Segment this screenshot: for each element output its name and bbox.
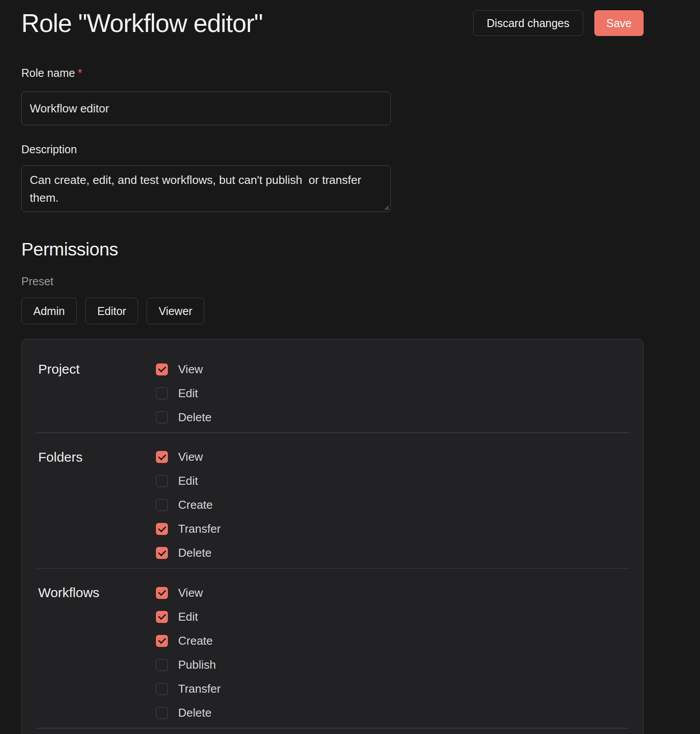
- required-asterisk: *: [78, 67, 82, 79]
- description-textarea[interactable]: Can create, edit, and test workflows, bu…: [21, 165, 391, 212]
- discard-changes-button[interactable]: Discard changes: [473, 10, 583, 36]
- page-title: Role "Workflow editor": [21, 10, 262, 36]
- permission-row: Delete: [156, 405, 629, 429]
- header-actions: Discard changes Save: [473, 10, 644, 36]
- permission-row: Delete: [156, 701, 629, 725]
- role-name-label-text: Role name: [21, 67, 75, 79]
- group-divider: [36, 728, 629, 729]
- checkbox-project-delete[interactable]: [156, 411, 168, 423]
- permission-row: Delete: [156, 541, 629, 565]
- role-name-label: Role name*: [21, 67, 644, 80]
- checkbox-label-project-edit[interactable]: Edit: [178, 387, 198, 400]
- permissions-heading: Permissions: [21, 239, 644, 260]
- permission-group-project: Project View Edit Delete: [36, 357, 629, 429]
- preset-label: Preset: [21, 275, 644, 288]
- preset-button-editor[interactable]: Editor: [85, 298, 138, 324]
- permission-rows: View Edit Create Transfer Delete: [156, 445, 629, 565]
- page-header: Role "Workflow editor" Discard changes S…: [21, 0, 644, 36]
- checkbox-project-view[interactable]: [156, 363, 168, 375]
- permission-rows: View Edit Delete: [156, 357, 629, 429]
- checkbox-label-workflows-publish[interactable]: Publish: [178, 658, 216, 672]
- group-divider: [36, 432, 629, 433]
- permission-row: Create: [156, 493, 629, 517]
- checkbox-folders-create[interactable]: [156, 499, 168, 511]
- description-field-wrap: Can create, edit, and test workflows, bu…: [21, 165, 391, 212]
- permission-row: Edit: [156, 469, 629, 493]
- permission-row: View: [156, 581, 629, 605]
- permission-row: Transfer: [156, 517, 629, 541]
- preset-button-viewer[interactable]: Viewer: [147, 298, 204, 324]
- checkbox-label-folders-view[interactable]: View: [178, 450, 203, 464]
- checkbox-label-folders-create[interactable]: Create: [178, 498, 213, 512]
- permissions-panel: Project View Edit Delete Folders View Ed…: [21, 339, 644, 734]
- checkbox-label-workflows-transfer[interactable]: Transfer: [178, 682, 221, 696]
- role-name-input[interactable]: [21, 92, 391, 125]
- checkbox-label-workflows-view[interactable]: View: [178, 586, 203, 600]
- permission-group-title: Folders: [38, 445, 156, 565]
- checkbox-workflows-publish[interactable]: [156, 659, 168, 671]
- checkbox-workflows-view[interactable]: [156, 587, 168, 599]
- checkbox-label-project-delete[interactable]: Delete: [178, 411, 211, 424]
- permission-row: Edit: [156, 381, 629, 405]
- checkbox-label-workflows-edit[interactable]: Edit: [178, 610, 198, 624]
- checkbox-label-folders-transfer[interactable]: Transfer: [178, 522, 221, 536]
- checkbox-folders-edit[interactable]: [156, 475, 168, 487]
- save-button[interactable]: Save: [594, 10, 644, 36]
- permission-rows: View Edit Create Publish Transfer Delete: [156, 581, 629, 725]
- checkbox-workflows-delete[interactable]: [156, 707, 168, 719]
- role-edit-page: Role "Workflow editor" Discard changes S…: [0, 0, 700, 734]
- permission-group-folders: Folders View Edit Create Transfer Delete: [36, 445, 629, 565]
- permission-row: Transfer: [156, 677, 629, 701]
- permission-row: View: [156, 357, 629, 381]
- permission-row: Publish: [156, 653, 629, 677]
- checkbox-label-workflows-create[interactable]: Create: [178, 634, 213, 648]
- permission-group-title: Workflows: [38, 581, 156, 725]
- permission-row: Create: [156, 629, 629, 653]
- permission-row: Edit: [156, 605, 629, 629]
- preset-button-row: AdminEditorViewer: [21, 298, 644, 324]
- textarea-resize-handle-icon[interactable]: [382, 203, 389, 210]
- checkbox-folders-delete[interactable]: [156, 547, 168, 559]
- permission-group-title: Project: [38, 357, 156, 429]
- checkbox-folders-transfer[interactable]: [156, 523, 168, 535]
- checkbox-workflows-transfer[interactable]: [156, 683, 168, 695]
- checkbox-label-workflows-delete[interactable]: Delete: [178, 706, 211, 720]
- checkbox-label-folders-delete[interactable]: Delete: [178, 546, 211, 560]
- checkbox-project-edit[interactable]: [156, 387, 168, 399]
- group-divider: [36, 568, 629, 569]
- checkbox-label-project-view[interactable]: View: [178, 363, 203, 376]
- checkbox-label-folders-edit[interactable]: Edit: [178, 474, 198, 488]
- checkbox-folders-view[interactable]: [156, 451, 168, 463]
- checkbox-workflows-create[interactable]: [156, 635, 168, 647]
- description-label: Description: [21, 143, 644, 156]
- checkbox-workflows-edit[interactable]: [156, 611, 168, 623]
- permission-group-workflows: Workflows View Edit Create Publish Trans…: [36, 581, 629, 725]
- preset-button-admin[interactable]: Admin: [21, 298, 77, 324]
- permission-row: View: [156, 445, 629, 469]
